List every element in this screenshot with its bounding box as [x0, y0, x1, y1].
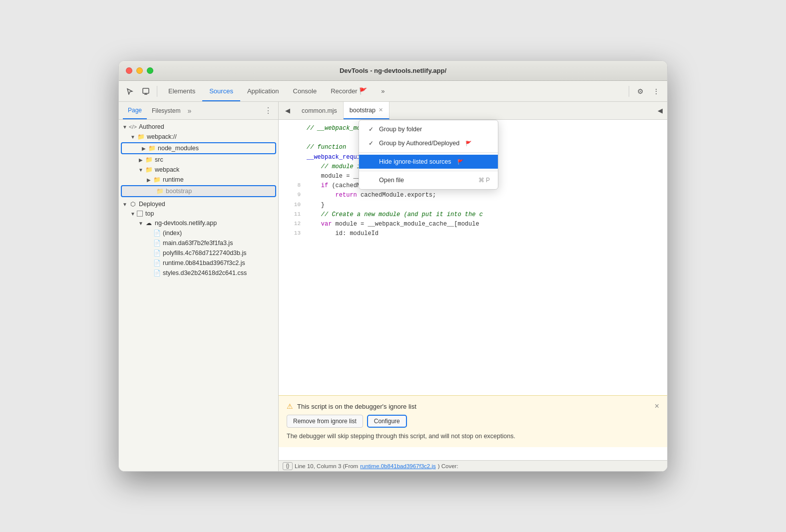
menu-hide-ignore[interactable]: Hide ignore-listed sources 🚩	[359, 155, 498, 169]
more-options-icon[interactable]: ⋮	[649, 84, 663, 98]
editor-tab-common[interactable]: common.mjs	[296, 102, 344, 119]
menu-divider	[359, 152, 498, 153]
bootstrap-label: bootstrap	[166, 188, 192, 195]
remove-from-ignore-button[interactable]: Remove from ignore list	[287, 415, 363, 428]
deployed-label: Deployed	[139, 201, 165, 208]
panel-dots[interactable]: ⋮	[262, 106, 274, 115]
code-line: 9 return cachedModule.exports;	[279, 191, 667, 200]
runtime-label: runtime	[163, 176, 184, 183]
right-panel: ◀ common.mjs bootstrap ✕ ◀ ✓ Group by fo…	[279, 102, 667, 471]
tree-webpack-root[interactable]: ▼ 📁 webpack://	[119, 132, 278, 142]
left-panel: Page Filesystem » ⋮ ▼ </> Authored	[119, 102, 279, 471]
arrow-authored: ▼	[121, 124, 129, 130]
menu-divider-2	[359, 171, 498, 171]
minimize-button[interactable]	[136, 67, 143, 74]
maximize-button[interactable]	[147, 67, 153, 74]
titlebar: DevTools - ng-devtools.netlify.app/	[119, 61, 667, 81]
arrow-webpack-folder: ▼	[137, 167, 145, 173]
tree-node-modules[interactable]: ▶ 📁 node_modules	[121, 142, 276, 154]
arrow-ng: ▼	[137, 221, 145, 226]
ignore-banner: ⚠ This script is on the debugger's ignor…	[279, 395, 667, 447]
editor-tabs: ◀ common.mjs bootstrap ✕ ◀	[279, 102, 667, 120]
tree-bootstrap[interactable]: 📁 bootstrap	[121, 185, 276, 197]
tree-runtime-js[interactable]: 📄 runtime.0b841bad3967f3c2.js	[119, 258, 278, 268]
inspect-icon[interactable]	[139, 84, 153, 98]
devtools-window: DevTools - ng-devtools.netlify.app/ Elem…	[118, 60, 668, 472]
tree-polyfills-js[interactable]: 📄 polyfills.4c768d7122740d3b.js	[119, 248, 278, 258]
polyfills-label: polyfills.4c768d7122740d3b.js	[163, 250, 247, 257]
node-modules-label: node_modules	[158, 145, 199, 152]
tree-authored[interactable]: ▼ </> Authored	[119, 122, 278, 132]
file-icon-index: 📄	[153, 229, 161, 237]
folder-icon-webpack: 📁	[137, 133, 145, 141]
file-icon-polyfills: 📄	[153, 249, 161, 257]
menu-open-file-label: Open file	[379, 177, 404, 184]
square-icon	[137, 211, 143, 217]
code-line: 11 // Create a new module (and put it in…	[279, 210, 667, 220]
menu-open-file[interactable]: Open file ⌘ P	[359, 173, 498, 187]
configure-button[interactable]: Configure	[367, 415, 407, 428]
arrow-webpack: ▼	[129, 134, 137, 140]
tab-application[interactable]: Application	[240, 81, 286, 101]
index-label: (index)	[163, 230, 182, 237]
panel-tab-page[interactable]: Page	[123, 102, 147, 119]
ignore-buttons: Remove from ignore list Configure	[287, 415, 659, 428]
arrow-deployed: ▼	[121, 202, 129, 207]
tab-recorder[interactable]: Recorder 🚩	[324, 81, 374, 101]
tree-styles-css[interactable]: 📄 styles.d3e2b24618d2c641.css	[119, 268, 278, 278]
panel-tab-filesystem[interactable]: Filesystem	[147, 102, 185, 119]
status-text-2: ) Cover:	[438, 463, 458, 469]
menu-group-folder[interactable]: ✓ Group by folder	[359, 122, 498, 136]
toolbar-divider	[157, 86, 157, 97]
toolbar: Elements Sources Application Console Rec…	[119, 81, 667, 102]
status-file-link[interactable]: runtime.0b841bad3967f3c2.js	[360, 463, 436, 469]
top-label: top	[145, 210, 154, 217]
tab-console[interactable]: Console	[286, 81, 324, 101]
tree-index[interactable]: 📄 (index)	[119, 228, 278, 238]
tree-top[interactable]: ▼ top	[119, 209, 278, 218]
cursor-icon[interactable]	[123, 84, 137, 98]
arrow-top: ▼	[129, 211, 137, 217]
src-label: src	[155, 156, 163, 163]
tree-src[interactable]: ▶ 📁 src	[119, 155, 278, 165]
editor-tab-bootstrap[interactable]: bootstrap ✕	[344, 102, 390, 119]
panel-tabs: Page Filesystem » ⋮	[119, 102, 278, 120]
tab-more[interactable]: »	[374, 81, 392, 101]
nav-right-icon[interactable]: ◀	[653, 104, 667, 118]
open-file-shortcut: ⌘ P	[478, 177, 490, 184]
settings-icon[interactable]: ⚙	[633, 84, 647, 98]
tab-sources[interactable]: Sources	[202, 81, 240, 101]
close-tab-icon[interactable]: ✕	[379, 107, 383, 113]
close-button[interactable]	[126, 67, 132, 74]
flag-icon-2: 🚩	[457, 159, 463, 165]
menu-group-authored[interactable]: ✓ Group by Authored/Deployed 🚩	[359, 136, 498, 150]
tab-elements[interactable]: Elements	[161, 81, 202, 101]
tree-ng-devtools[interactable]: ▼ ☁ ng-devtools.netlify.app	[119, 218, 278, 228]
panel-tab-more[interactable]: »	[187, 107, 191, 115]
nav-left-icon[interactable]: ◀	[281, 104, 295, 118]
code-line: 10 }	[279, 201, 667, 210]
banner-close-button[interactable]: ×	[655, 402, 659, 411]
format-button[interactable]: {}	[283, 462, 293, 470]
warning-icon: ⚠	[287, 402, 293, 410]
check-group-folder: ✓	[367, 126, 375, 133]
main-js-label: main.da63f7b2fe3f1fa3.js	[163, 240, 233, 247]
arrow-node-modules: ▶	[140, 146, 148, 151]
file-icon-styles: 📄	[153, 269, 161, 277]
ng-devtools-label: ng-devtools.netlify.app	[155, 220, 217, 227]
tree-main-js[interactable]: 📄 main.da63f7b2fe3f1fa3.js	[119, 238, 278, 248]
folder-icon-webpack-2: 📁	[145, 166, 153, 174]
file-tree: ▼ </> Authored ▼ 📁 webpack:// ▶ 📁 node_m	[119, 120, 278, 471]
menu-hide-ignore-label: Hide ignore-listed sources	[379, 158, 451, 165]
menu-group-authored-label: Group by Authored/Deployed	[379, 140, 459, 147]
menu-group-folder-label: Group by folder	[379, 126, 422, 133]
tree-webpack-folder[interactable]: ▼ 📁 webpack	[119, 165, 278, 175]
check-group-authored: ✓	[367, 140, 375, 147]
tree-deployed[interactable]: ▼ ⬡ Deployed	[119, 199, 278, 209]
runtime-js-label: runtime.0b841bad3967f3c2.js	[163, 260, 245, 266]
toolbar-right: ⚙ ⋮	[627, 84, 663, 98]
svg-rect-0	[143, 88, 149, 93]
window-title: DevTools - ng-devtools.netlify.app/	[340, 67, 446, 74]
tree-runtime[interactable]: ▶ 📁 runtime	[119, 175, 278, 185]
folder-icon-node-modules: 📁	[148, 144, 156, 152]
